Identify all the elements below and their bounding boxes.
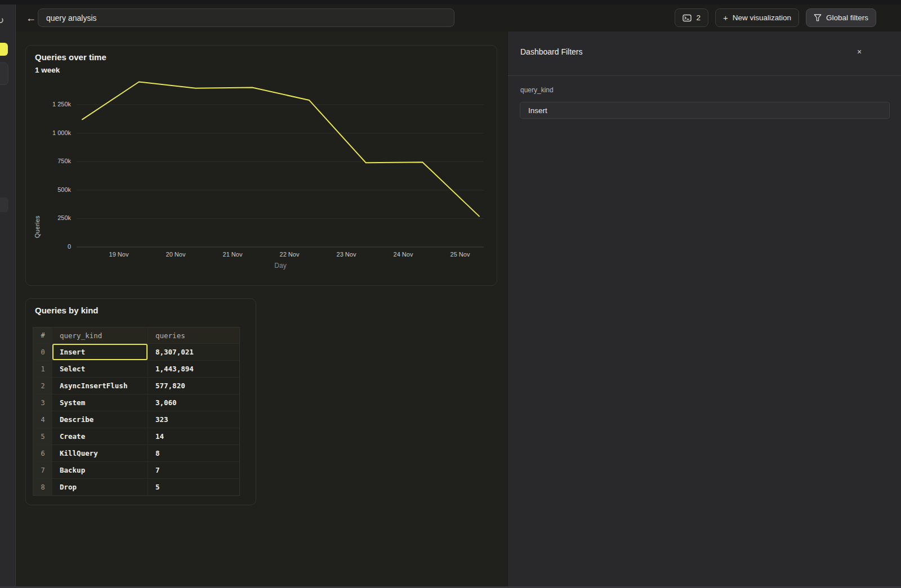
x-tick-label: 23 Nov	[329, 251, 364, 258]
x-tick-label: 24 Nov	[386, 251, 421, 258]
queries-value-cell[interactable]: 5	[148, 479, 239, 495]
query-kind-cell[interactable]: AsyncInsertFlush	[52, 378, 148, 394]
queries-line-svg	[26, 46, 498, 286]
queries-value-cell[interactable]: 577,820	[148, 378, 239, 394]
query-kind-cell[interactable]: Select	[52, 361, 148, 377]
queries-value-cell[interactable]: 323	[148, 411, 239, 428]
row-index-cell: 1	[33, 361, 52, 377]
row-index-cell: 5	[33, 428, 52, 445]
top-bar: ← 2 + New visualization	[16, 5, 901, 32]
queries-by-kind-card: Queries by kind #query_kindqueries0Inser…	[25, 298, 256, 505]
y-tick-label: 250k	[32, 214, 71, 221]
x-tick-label: 22 Nov	[272, 251, 307, 258]
table-row: 5Create14	[33, 428, 239, 445]
x-tick-label: 21 Nov	[215, 251, 250, 258]
query-kind-cell[interactable]: Insert	[52, 344, 148, 360]
panel-divider	[508, 75, 901, 76]
rail-item[interactable]	[0, 198, 8, 212]
dashboard-filters-panel: Dashboard Filters × query_kind	[507, 32, 901, 588]
table-row: 6KillQuery8	[33, 445, 239, 461]
table-row: 3System3,060	[33, 394, 239, 411]
y-tick-label: 500k	[32, 186, 71, 193]
dashboard-canvas: Queries over time 1 week Queries Day 025…	[16, 32, 507, 588]
queries-value-cell[interactable]: 7	[148, 462, 239, 478]
back-arrow-icon: ←	[26, 12, 36, 24]
row-index-cell: 0	[33, 344, 52, 360]
table-row: 4Describe323	[33, 411, 239, 428]
table-row: 1Select1,443,894	[33, 360, 239, 377]
new-visualization-label: New visualization	[733, 14, 791, 22]
rail-item-active[interactable]	[0, 43, 8, 56]
global-filters-label: Global filters	[826, 14, 868, 22]
rail-item[interactable]	[0, 62, 8, 85]
query-kind-cell[interactable]: Backup	[52, 462, 148, 478]
global-filters-button[interactable]: Global filters	[806, 8, 876, 27]
y-tick-label: 1 250k	[32, 101, 71, 107]
history-icon[interactable]: ↻	[0, 15, 4, 26]
y-tick-label: 0	[32, 243, 71, 250]
new-visualization-button[interactable]: + New visualization	[715, 8, 799, 27]
x-tick-label: 25 Nov	[443, 251, 478, 258]
window-top-edge	[0, 0, 901, 5]
queries-table: #query_kindqueries0Insert8,307,0211Selec…	[33, 327, 240, 496]
x-tick-label: 19 Nov	[101, 251, 136, 258]
queries-column-header[interactable]: queries	[148, 327, 239, 343]
queries-value-cell[interactable]: 14	[148, 428, 239, 445]
x-tick-label: 20 Nov	[158, 251, 193, 258]
row-index-cell: 7	[33, 462, 52, 478]
query-kind-cell[interactable]: Drop	[52, 479, 148, 495]
row-index-cell: 3	[33, 394, 52, 411]
y-tick-label: 1 000k	[32, 129, 71, 136]
queries-value-cell[interactable]: 1,443,894	[148, 361, 239, 377]
topbar-actions: 2 + New visualization Global filters	[675, 8, 876, 27]
close-icon: ×	[857, 47, 862, 56]
queries-value-cell[interactable]: 3,060	[148, 394, 239, 411]
plus-icon: +	[723, 13, 728, 23]
row-index-cell: 4	[33, 411, 52, 428]
console-count: 2	[696, 14, 701, 22]
x-axis-title: Day	[264, 262, 297, 270]
table-row: 0Insert8,307,021	[33, 343, 239, 360]
query-kind-cell[interactable]: System	[52, 394, 148, 411]
queries-series-line	[82, 82, 479, 217]
table-title: Queries by kind	[35, 306, 99, 315]
query-kind-column-header[interactable]: query_kind	[52, 327, 148, 343]
dashboard-title-input[interactable]	[38, 8, 454, 27]
queries-value-cell[interactable]: 8	[148, 445, 239, 461]
console-icon	[683, 14, 692, 22]
row-index-cell: 2	[33, 378, 52, 394]
table-row: 8Drop5	[33, 478, 239, 495]
query-kind-cell[interactable]: Describe	[52, 411, 148, 428]
console-button[interactable]: 2	[675, 8, 708, 27]
queries-value-cell[interactable]: 8,307,021	[148, 344, 239, 360]
filters-panel-title: Dashboard Filters	[520, 47, 583, 56]
table-header-row: #query_kindqueries	[33, 327, 239, 343]
filter-field-label: query_kind	[520, 86, 554, 94]
query-kind-cell[interactable]: KillQuery	[52, 445, 148, 461]
query-kind-cell[interactable]: Create	[52, 428, 148, 445]
query-kind-filter-input[interactable]	[520, 102, 890, 119]
y-tick-label: 750k	[32, 158, 71, 164]
index-column-header: #	[33, 327, 52, 343]
queries-over-time-card: Queries over time 1 week Queries Day 025…	[25, 45, 497, 286]
row-index-cell: 6	[33, 445, 52, 461]
dashboard-app: ↻ ← 2 + New visualization	[0, 0, 901, 588]
close-panel-button[interactable]: ×	[854, 46, 865, 57]
left-rail: ↻	[0, 5, 16, 588]
funnel-icon	[814, 14, 822, 21]
table-row: 7Backup7	[33, 461, 239, 478]
row-index-cell: 8	[33, 479, 52, 495]
table-row: 2AsyncInsertFlush577,820	[33, 377, 239, 394]
